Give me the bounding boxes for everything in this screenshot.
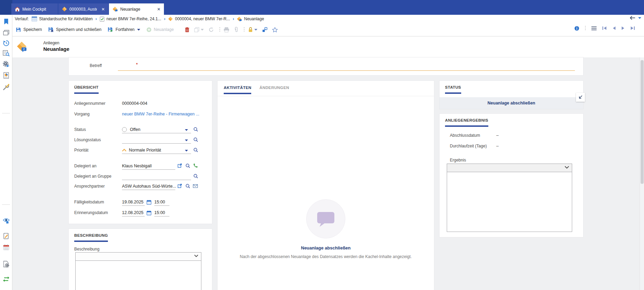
floppy-icon: [16, 27, 21, 32]
favorite-star-button[interactable]: [272, 27, 278, 32]
scrollbar-thumb[interactable]: [641, 60, 644, 184]
toolbar-separator: [219, 27, 220, 32]
betreff-input[interactable]: [118, 70, 575, 71]
betreff-card: Betreff *: [69, 57, 583, 75]
ergebnis-select[interactable]: [447, 164, 572, 172]
settings-run-icon[interactable]: [3, 61, 10, 68]
search-icon[interactable]: [185, 163, 190, 168]
continue-button[interactable]: Fortfahren: [108, 27, 140, 32]
beschreibung-label: Beschreibung: [74, 247, 99, 252]
new-record-label: Neuanlage: [154, 27, 174, 32]
search-icon[interactable]: [193, 137, 198, 142]
toolbar-separator: [585, 25, 586, 31]
last-record-icon[interactable]: [630, 26, 635, 30]
record-search-icon[interactable]: [3, 50, 10, 56]
tab-aenderungen[interactable]: ÄNDERUNGEN: [259, 86, 289, 90]
chat-bubble-icon: [316, 211, 335, 227]
chevron-down-icon[interactable]: [137, 29, 140, 31]
breadcrumb-item-vorgang[interactable]: neuer BMW 7er-Reihe, 24.1...: [100, 16, 161, 22]
delete-button[interactable]: [185, 27, 189, 32]
save-close-label: Speichern und schließen: [56, 27, 101, 32]
chevron-down-icon[interactable]: [185, 140, 188, 141]
tag-icon: [168, 16, 173, 21]
history-dropdown-icon[interactable]: [638, 17, 641, 19]
first-record-icon[interactable]: [602, 26, 607, 30]
erinnerungsdatum-time-field[interactable]: [154, 209, 169, 216]
admin-tools-icon[interactable]: [3, 84, 9, 90]
tab-neuanlage[interactable]: Neuanlage ✕: [109, 3, 164, 15]
info-icon[interactable]: [574, 26, 579, 31]
field-label: Anliegennummer: [74, 101, 106, 106]
prioritaet-field[interactable]: [122, 147, 191, 154]
breadcrumb-item-standardsuche[interactable]: Standardsuche für Aktivitäten: [32, 16, 93, 21]
erinnerungsdatum-date-field[interactable]: [122, 209, 145, 216]
delegiert-an-field[interactable]: [122, 163, 175, 170]
previous-record-icon[interactable]: [612, 26, 616, 30]
beschreibung-textarea[interactable]: [76, 261, 201, 290]
beschreibung-title: BESCHREIBUNG: [74, 233, 108, 242]
report-icon[interactable]: [3, 72, 9, 79]
calendar-picker-icon[interactable]: [146, 200, 152, 205]
field-label: Vorgang: [74, 112, 90, 116]
field-durchlaufzeit: Durchlaufzeit (Tage) –: [440, 143, 583, 150]
history-back-icon[interactable]: [629, 16, 635, 20]
bookmark-icon[interactable]: [3, 19, 9, 25]
calendar-icon[interactable]: [3, 244, 9, 250]
breadcrumb-label: neuer BMW 7er-Reihe, 24.1...: [107, 16, 161, 21]
search-icon[interactable]: [185, 183, 190, 189]
email-icon[interactable]: [193, 184, 198, 188]
field-value: 0000004-004: [122, 101, 147, 106]
watch-eye-star-icon[interactable]: [3, 218, 10, 224]
field-value: –: [496, 144, 499, 148]
arrow-down-left-icon: [578, 94, 583, 100]
permissions-lock-button[interactable]: [248, 27, 257, 32]
search-icon[interactable]: [193, 127, 198, 132]
status-card: STATUS Neuanlage abschließen: [440, 81, 583, 109]
open-record-icon[interactable]: [177, 163, 182, 168]
status-field[interactable]: [122, 126, 191, 133]
breadcrumb-item-anliegen[interactable]: 0000004, neuer BMW 7er-R...: [168, 16, 230, 21]
delegiert-an-gruppe-field[interactable]: [122, 173, 191, 180]
menu-icon[interactable]: [591, 26, 597, 30]
vorgang-link[interactable]: neuer BMW 7er-Reihe - Firmenwagen ...: [122, 112, 199, 116]
sidebar-divider: [2, 113, 10, 113]
sync-arrows-icon[interactable]: [3, 276, 9, 282]
clipboard-check-icon: [100, 16, 104, 22]
tab-mein-cockpit[interactable]: Mein Cockpit: [11, 3, 58, 15]
ansprechpartner-field[interactable]: [122, 183, 175, 190]
vertical-scrollbar[interactable]: [640, 57, 644, 290]
ergebnis-textarea[interactable]: [447, 172, 572, 232]
faelligkeitsdatum-time-field[interactable]: [154, 199, 169, 206]
search-icon[interactable]: [193, 147, 198, 153]
tab-anliegen-0000003[interactable]: 0000003, Austellung ... ✕: [58, 3, 108, 15]
search-icon[interactable]: [193, 174, 198, 179]
open-record-icon[interactable]: [177, 183, 182, 188]
chevron-down-icon[interactable]: [185, 129, 188, 131]
save-and-close-button[interactable]: Speichern und schließen: [48, 27, 101, 32]
close-icon[interactable]: ✕: [157, 7, 160, 12]
app-corner-tile[interactable]: [0, 0, 12, 15]
calendar-picker-icon[interactable]: [146, 210, 152, 215]
tab-aktivitaeten[interactable]: AKTIVITÄTEN: [224, 86, 251, 94]
breadcrumb-item-neuanlage[interactable]: Neuanlage: [237, 16, 264, 22]
link-record-button[interactable]: [262, 27, 267, 32]
field-label: Lösungsstatus: [74, 137, 101, 142]
loesungsstatus-field[interactable]: [122, 136, 191, 144]
notes-clipboard-icon[interactable]: [3, 233, 9, 239]
anliegenergebnis-title: ANLIEGENERGEBNIS: [445, 118, 488, 127]
save-button[interactable]: Speichern: [16, 27, 42, 32]
next-record-icon[interactable]: [621, 26, 625, 30]
record-title: Neuanlage: [43, 46, 69, 52]
close-icon[interactable]: ✕: [101, 7, 105, 12]
document-settings-icon[interactable]: [3, 261, 9, 267]
beschreibung-template-select[interactable]: [76, 253, 201, 261]
neuanlage-abschliessen-button[interactable]: Neuanlage abschließen: [440, 97, 583, 109]
breadcrumb-label: Neuanlage: [244, 16, 264, 21]
collapse-panel-button[interactable]: [576, 93, 585, 102]
faelligkeitsdatum-date-field[interactable]: [122, 199, 145, 206]
phone-icon[interactable]: [193, 163, 198, 168]
window-stack-icon[interactable]: [3, 30, 9, 35]
save-label: Speichern: [23, 27, 42, 32]
chevron-down-icon[interactable]: [185, 150, 188, 152]
history-clock-icon[interactable]: [3, 40, 9, 46]
